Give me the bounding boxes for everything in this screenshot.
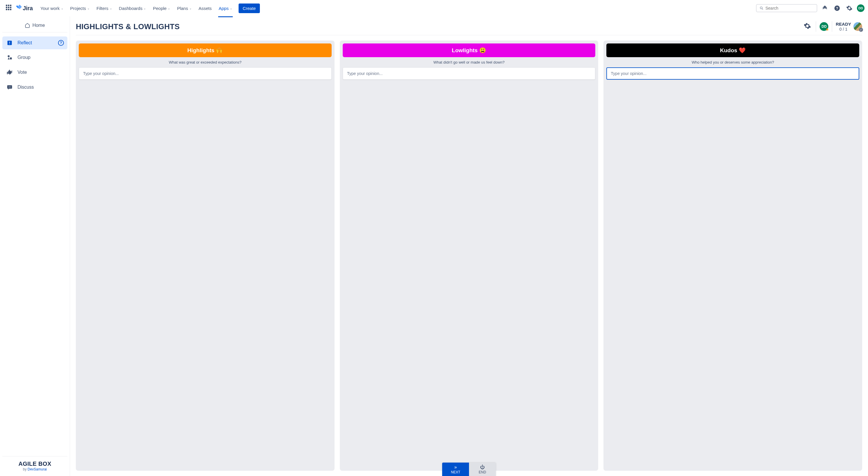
retro-columns: Highlights 🙌What was great or exceeded e…: [76, 35, 862, 476]
sidebar-home[interactable]: Home: [2, 19, 67, 32]
svg-rect-8: [10, 58, 12, 60]
ready-label: READY: [836, 22, 851, 27]
sidebar-item-discuss[interactable]: Discuss: [2, 81, 67, 94]
chevron-down-icon: ⌄: [87, 7, 90, 10]
jira-mark-icon: [15, 4, 22, 12]
svg-text:?: ?: [836, 6, 838, 10]
column-header: Highlights 🙌: [79, 43, 332, 57]
svg-point-12: [10, 87, 11, 87]
search-icon: [760, 6, 764, 10]
retro-column: Lowlights 😩What didn't go well or made u…: [340, 40, 598, 471]
nav-right: ? DD: [756, 3, 865, 13]
column-subtitle: What didn't go well or made us feel down…: [343, 57, 596, 67]
create-button[interactable]: Create: [239, 3, 260, 13]
nav-item-your-work[interactable]: Your work⌄: [37, 4, 66, 12]
svg-rect-6: [9, 44, 10, 44]
sidebar-items: Reflect?GroupVoteDiscuss: [2, 35, 67, 95]
end-label: END: [478, 470, 486, 474]
home-icon: [25, 23, 30, 28]
sidebar-item-group[interactable]: Group: [2, 51, 67, 64]
presence-avatar[interactable]: DD ★: [819, 22, 828, 31]
svg-point-0: [760, 7, 762, 9]
footer-title: AGILE BOX: [2, 461, 67, 467]
settings-icon[interactable]: [845, 3, 854, 13]
help-icon[interactable]: ?: [832, 3, 842, 13]
divider: [816, 21, 816, 32]
sidebar-item-vote[interactable]: Vote: [2, 66, 67, 79]
search-input[interactable]: [765, 6, 814, 10]
page-header: HIGHLIGHTS & LOWLIGHTS DD ★ READY 0 / 1 …: [76, 21, 862, 35]
help-badge-icon[interactable]: ?: [58, 40, 64, 46]
power-icon: ⏻: [480, 465, 485, 470]
sidebar-item-reflect[interactable]: Reflect?: [2, 36, 67, 49]
chevron-down-icon: ⌄: [230, 7, 232, 10]
chevron-down-icon: ⌄: [189, 7, 192, 10]
footer-byline: by DevSamurai: [2, 467, 67, 471]
nav-item-assets[interactable]: Assets: [196, 4, 215, 12]
divider: [832, 21, 832, 32]
opinion-input[interactable]: [343, 67, 596, 80]
column-header: Lowlights 😩: [343, 43, 596, 57]
sidebar-footer: AGILE BOX by DevSamurai: [2, 456, 67, 474]
main: HIGHLIGHTS & LOWLIGHTS DD ★ READY 0 / 1 …: [70, 16, 868, 476]
star-badge-icon: ★: [826, 27, 829, 32]
top-nav: Jira Your work⌄Projects⌄Filters⌄Dashboar…: [0, 0, 868, 16]
svg-point-7: [8, 56, 10, 58]
sidebar-item-label: Vote: [18, 70, 27, 75]
warning-icon: [6, 40, 13, 46]
sidebar-item-label: Group: [18, 55, 30, 60]
opinion-input[interactable]: [607, 67, 859, 80]
chevron-down-icon: ⌄: [61, 7, 63, 10]
svg-marker-9: [8, 58, 10, 60]
shapes-icon: [6, 55, 13, 60]
notifications-icon[interactable]: [820, 3, 830, 13]
chevron-down-icon: ⌄: [110, 7, 112, 10]
nav-item-projects[interactable]: Projects⌄: [67, 4, 92, 12]
svg-rect-5: [9, 42, 10, 43]
thumbs-icon: [6, 69, 13, 75]
sidebar-item-label: Reflect: [18, 40, 32, 45]
sidebar-home-label: Home: [32, 23, 45, 28]
profile-avatar[interactable]: DD: [857, 4, 865, 12]
column-subtitle: Who helped you or deserves some apprecia…: [607, 57, 859, 67]
search-box[interactable]: [756, 4, 817, 12]
ready-count: 0 / 1: [839, 27, 847, 32]
svg-line-1: [762, 9, 763, 10]
chevron-down-icon: ⌄: [168, 7, 170, 10]
svg-point-10: [9, 87, 9, 87]
next-button[interactable]: » NEXT: [442, 463, 469, 476]
retro-column: Kudos ❤️Who helped you or deserves some …: [603, 40, 862, 471]
footer-link[interactable]: DevSamurai: [27, 467, 46, 471]
opinion-input[interactable]: [79, 67, 332, 80]
app-switcher-icon[interactable]: [6, 5, 13, 12]
nav-item-people[interactable]: People⌄: [150, 4, 173, 12]
check-badge-icon: ✓: [859, 28, 863, 32]
column-header: Kudos ❤️: [607, 43, 859, 57]
ready-status: READY 0 / 1: [836, 22, 851, 31]
sidebar-item-label: Discuss: [18, 85, 34, 90]
nav-items: Your work⌄Projects⌄Filters⌄Dashboards⌄Pe…: [37, 4, 235, 12]
sidebar: Home Reflect?GroupVoteDiscuss AGILE BOX …: [0, 16, 70, 476]
column-subtitle: What was great or exceeded expectations?: [79, 57, 332, 67]
jira-wordmark: Jira: [23, 5, 33, 12]
next-label: NEXT: [451, 470, 460, 474]
bottom-actions: » NEXT ⏻ END: [442, 463, 496, 476]
chat-icon: [6, 84, 13, 90]
nav-item-plans[interactable]: Plans⌄: [174, 4, 194, 12]
nav-item-dashboards[interactable]: Dashboards⌄: [116, 4, 149, 12]
user-photo-avatar[interactable]: ✓: [854, 22, 862, 31]
nav-item-filters[interactable]: Filters⌄: [94, 4, 115, 12]
page-title: HIGHLIGHTS & LOWLIGHTS: [76, 22, 180, 31]
next-icon: »: [455, 465, 457, 470]
board-settings-icon[interactable]: [802, 21, 812, 32]
jira-logo[interactable]: Jira: [15, 4, 33, 12]
svg-point-11: [9, 87, 10, 87]
retro-column: Highlights 🙌What was great or exceeded e…: [76, 40, 335, 471]
nav-item-apps[interactable]: Apps⌄: [216, 4, 235, 12]
header-right: DD ★ READY 0 / 1 ✓: [802, 21, 862, 32]
end-button[interactable]: ⏻ END: [469, 463, 496, 476]
chevron-down-icon: ⌄: [144, 7, 146, 10]
